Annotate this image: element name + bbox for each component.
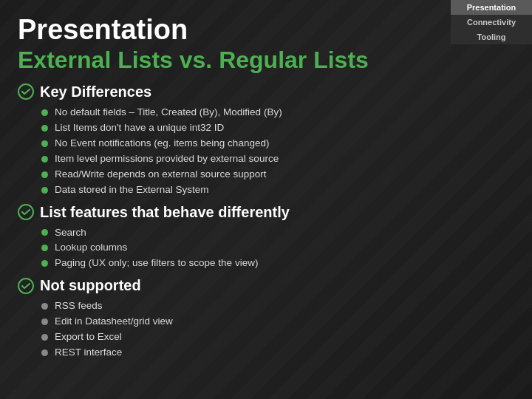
bullet-dot (41, 187, 48, 194)
sub-title: External Lists vs. Regular Lists (18, 47, 514, 73)
list-item: Lookup columns (41, 240, 514, 256)
section-1-header: Key Differences (40, 83, 151, 100)
list-item: No default fields – Title, Created (By),… (41, 105, 514, 120)
section-list-features: List features that behave differently (18, 204, 514, 221)
section-3-bullets: RSS feeds Edit in Datasheet/grid view Ex… (18, 299, 514, 361)
bullet-dot (41, 109, 48, 116)
list-item: Read/Write depends on external source su… (41, 167, 514, 183)
section-2-header: List features that behave differently (40, 204, 290, 221)
section-1-bullets: No default fields – Title, Created (By),… (18, 105, 514, 198)
bullet-dot (41, 140, 48, 147)
main-title: Presentation (18, 15, 514, 46)
bullet-dot-gray (41, 303, 48, 310)
list-item: Search (41, 225, 514, 241)
bullet-dot (41, 245, 48, 251)
list-item: Paging (UX only; use filters to scope th… (41, 256, 514, 271)
list-item: List Items don't have a unique int32 ID (41, 120, 514, 136)
section-2-bullets: Search Lookup columns Paging (UX only; u… (18, 225, 514, 272)
section-icon-3 (18, 278, 34, 294)
list-item: REST interface (41, 345, 514, 361)
bullet-dot (41, 171, 48, 178)
slide-container: Presentation Connectivity Tooling Presen… (0, 0, 532, 399)
section-icon-1 (18, 83, 34, 100)
section-icon-2 (18, 204, 34, 220)
section-3-header: Not supported (40, 277, 141, 294)
bullet-dot-gray (41, 349, 48, 356)
bullet-dot (41, 125, 48, 132)
tab-tooling[interactable]: Tooling (451, 30, 532, 44)
tab-presentation[interactable]: Presentation (451, 0, 532, 15)
bullet-dot (41, 260, 48, 267)
tab-connectivity[interactable]: Connectivity (451, 15, 532, 30)
bullet-dot (41, 229, 48, 236)
list-item: No Event notifications (eg. items being … (41, 136, 514, 151)
list-item: Export to Excel (41, 330, 514, 345)
bullet-dot (41, 156, 48, 163)
list-item: Item level permissions provided by exter… (41, 151, 514, 167)
list-item: Data stored in the External System (41, 183, 514, 198)
section-not-supported: Not supported (18, 277, 514, 294)
bullet-dot-gray (41, 318, 48, 325)
list-item: Edit in Datasheet/grid view (41, 314, 514, 330)
list-item: RSS feeds (41, 299, 514, 314)
tab-panel: Presentation Connectivity Tooling (451, 0, 532, 44)
section-key-differences: Key Differences (18, 83, 514, 100)
bullet-dot-gray (41, 334, 48, 341)
